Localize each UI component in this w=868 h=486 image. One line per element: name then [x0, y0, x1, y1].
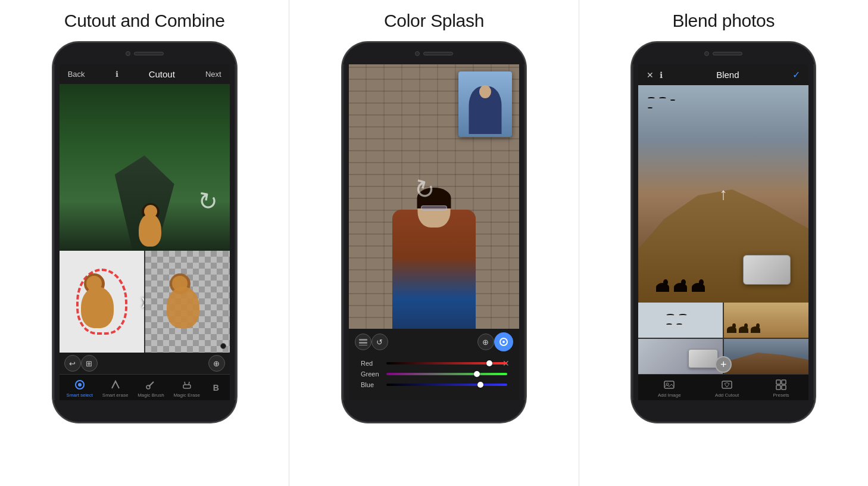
cutout-toolbar: Smart select Smart erase M — [60, 374, 230, 400]
svg-rect-4 — [183, 385, 191, 388]
blend-screen-title: Blend — [716, 70, 739, 80]
bottom-icons-row: ↩ ⊞ ⊕ — [60, 353, 230, 374]
cb-4 — [676, 323, 683, 326]
phone-bottom-3 — [632, 400, 814, 422]
blend-confirm-button[interactable]: ✓ — [792, 69, 800, 80]
camel-silhouettes — [656, 283, 705, 292]
splash-active-button[interactable] — [494, 332, 513, 351]
green-thumb[interactable] — [474, 371, 480, 377]
blend-panel: Blend photos ✕ ℹ Blend — [579, 0, 868, 486]
bird-silhouettes — [647, 97, 683, 110]
power-button-3 — [814, 91, 816, 114]
magic-brush-label: Magic Brush — [138, 392, 164, 398]
phone-top-bar-2 — [343, 43, 525, 64]
green-label: Green — [361, 370, 382, 378]
add-cutout-tool[interactable]: Add Cutout — [715, 378, 739, 398]
cell-camel-2 — [739, 326, 748, 333]
red-slider[interactable] — [386, 362, 507, 364]
color-splash-title: Color Splash — [384, 11, 484, 31]
presets-label: Presets — [773, 392, 789, 398]
outlined-lion — [60, 251, 144, 353]
svg-point-3 — [146, 385, 150, 389]
smart-select-tool[interactable]: Smart select — [67, 378, 93, 398]
lion-body-main — [139, 214, 161, 247]
blend-screen: ✕ ℹ Blend ✓ — [638, 64, 808, 400]
lion-body-outlined — [81, 286, 114, 328]
cutout-title: Cutout and Combine — [64, 11, 225, 31]
blend-phone: ✕ ℹ Blend ✓ — [631, 42, 816, 423]
blend-cell-bottom-left[interactable] — [638, 339, 723, 374]
red-thumb[interactable] — [486, 360, 492, 366]
close-x-button[interactable]: ✕ — [647, 70, 654, 80]
back-button[interactable]: Back — [68, 70, 85, 79]
add-blend-button[interactable]: + — [715, 356, 732, 373]
vol-down-button — [52, 114, 54, 131]
camel-3 — [692, 283, 705, 292]
smart-erase-icon — [109, 378, 122, 391]
phone-top-bar-3 — [632, 43, 814, 64]
svg-point-11 — [502, 341, 505, 343]
magic-erase-tool[interactable]: Magic Erase — [173, 378, 199, 398]
camel-head-3 — [699, 279, 704, 285]
cb-3 — [666, 323, 673, 326]
blend-header: ✕ ℹ Blend ✓ — [638, 64, 808, 85]
bird-3 — [670, 99, 676, 102]
cb-1 — [666, 314, 675, 317]
blue-label: Blue — [361, 381, 382, 388]
blue-slider[interactable] — [386, 384, 507, 386]
cutout-panel: Cutout and Combine Back ℹ Cutout Next — [0, 0, 289, 486]
vol-up-button — [52, 91, 54, 107]
smart-erase-tool[interactable]: Smart erase — [102, 378, 129, 398]
svg-line-6 — [189, 382, 189, 385]
toggle-button[interactable]: ⊞ — [81, 355, 98, 372]
undo-button[interactable]: ↩ — [64, 355, 81, 372]
man-figure — [374, 180, 494, 329]
next-button[interactable]: Next — [205, 70, 221, 79]
zoom-button-2[interactable]: ⊕ — [477, 334, 494, 350]
svg-rect-7 — [359, 339, 367, 341]
info-button[interactable]: ℹ — [115, 70, 118, 79]
cell-tl-bg — [638, 303, 723, 338]
right-arrow: ➤ — [140, 292, 145, 311]
svg-line-5 — [185, 382, 185, 385]
add-cutout-icon — [720, 378, 733, 391]
color-panel: ✕ Red Green — [355, 355, 513, 397]
camel-1 — [656, 283, 669, 292]
blend-cell-bottom-right[interactable] — [724, 339, 808, 374]
blend-cell-top-left[interactable] — [638, 303, 723, 338]
phone-top-bar — [54, 43, 236, 64]
mute-button-2 — [342, 76, 343, 86]
cutout-phone: Back ℹ Cutout Next — [52, 42, 237, 423]
cutout-screen-title: Cutout — [149, 69, 175, 79]
blend-toolbar: Add Image Add Cutout — [638, 374, 808, 400]
add-image-tool[interactable]: Add Image — [658, 378, 681, 398]
phone-bottom-2 — [343, 400, 525, 422]
smart-select-label: Smart select — [67, 392, 93, 398]
color-splash-main: ↻ — [349, 64, 519, 329]
layers-button[interactable] — [355, 334, 371, 350]
green-slider[interactable] — [386, 373, 507, 375]
add-image-icon — [663, 378, 676, 391]
power-button — [236, 91, 237, 114]
blend-info-button[interactable]: ℹ — [660, 70, 663, 80]
svg-point-1 — [78, 383, 82, 387]
rotate-button[interactable]: ↺ — [371, 334, 388, 350]
magic-brush-icon — [144, 378, 157, 391]
magic-brush-tool[interactable]: Magic Brush — [138, 378, 164, 398]
presets-tool[interactable]: Presets — [773, 378, 789, 398]
color-splash-panel: Color Splash — [289, 0, 579, 486]
bird-4 — [647, 107, 653, 110]
phone-speaker-2 — [423, 52, 453, 55]
green-slider-row: Green — [361, 370, 507, 378]
vol-down-button-3 — [631, 114, 632, 131]
mute-button — [52, 76, 54, 86]
cell-camel-3 — [751, 326, 760, 333]
blend-header-left: ✕ ℹ — [647, 70, 663, 80]
zoom-button[interactable]: ⊕ — [208, 355, 225, 372]
blue-thumb[interactable] — [477, 382, 483, 388]
small-dot — [220, 343, 226, 349]
power-button-2 — [525, 91, 526, 114]
b-tool[interactable]: B — [210, 381, 223, 395]
blend-cell-top-right[interactable] — [724, 303, 808, 338]
cell-birds — [666, 314, 695, 326]
